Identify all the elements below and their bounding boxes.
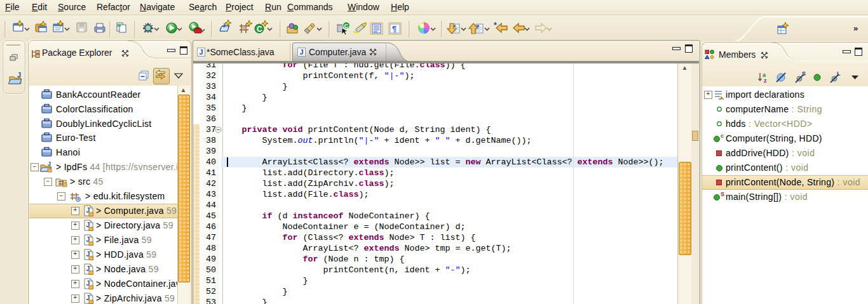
svg-text:z: z: [764, 77, 767, 84]
svg-text:c: c: [721, 133, 724, 139]
svg-text:J: J: [17, 71, 21, 79]
svg-text:C: C: [257, 25, 262, 34]
svg-text:L: L: [837, 70, 841, 77]
svg-text:J: J: [200, 48, 203, 56]
svg-text:»: »: [853, 23, 858, 33]
svg-text:S: S: [721, 192, 724, 197]
svg-text:S: S: [802, 70, 806, 77]
svg-text:J: J: [300, 48, 304, 56]
svg-text:¶: ¶: [392, 24, 397, 34]
svg-text:C: C: [344, 23, 349, 29]
